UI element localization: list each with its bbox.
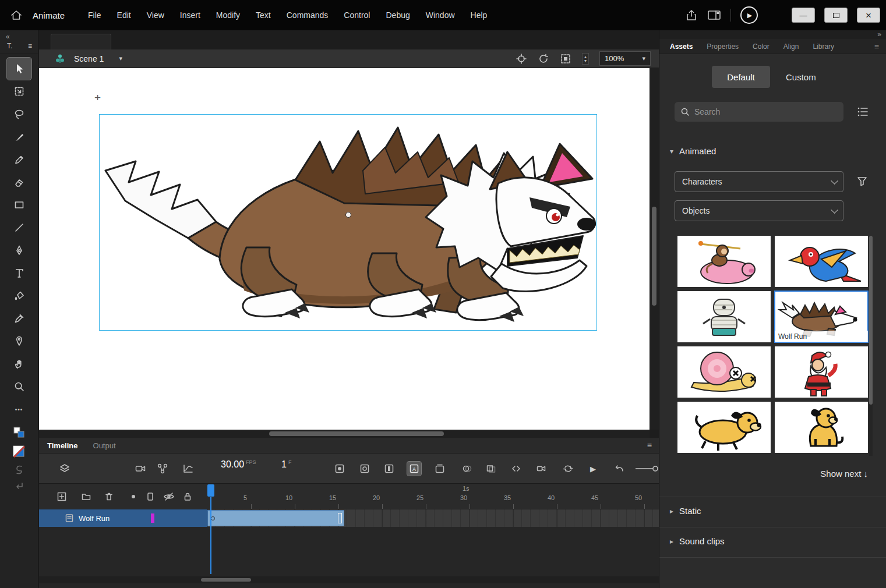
keyframe-dot[interactable] bbox=[211, 516, 215, 520]
menu-modify[interactable]: Modify bbox=[216, 10, 240, 20]
animated-section-header[interactable]: ▾ Animated bbox=[670, 146, 716, 156]
tool-classic-brush[interactable] bbox=[7, 148, 31, 171]
zoom-stepper[interactable]: ▴ ▾ bbox=[582, 53, 589, 65]
collapse-panel-icon[interactable]: » bbox=[877, 30, 881, 38]
list-view-toggle[interactable] bbox=[856, 105, 869, 118]
show-next-button[interactable]: Show next ↓ bbox=[753, 469, 868, 479]
tool-lasso[interactable] bbox=[7, 103, 31, 125]
horizontal-scroll-thumb[interactable] bbox=[269, 431, 444, 436]
menu-help[interactable]: Help bbox=[471, 10, 488, 20]
maximize-button[interactable] bbox=[824, 8, 848, 23]
clip-content-icon[interactable] bbox=[560, 53, 571, 65]
tab-library[interactable]: Library bbox=[813, 42, 834, 51]
playhead-handle[interactable] bbox=[207, 484, 214, 497]
assets-scroll-thumb[interactable] bbox=[869, 236, 873, 405]
onion-skin-button[interactable] bbox=[460, 462, 474, 476]
show-layers-button[interactable] bbox=[58, 462, 72, 476]
tab-output[interactable]: Output bbox=[93, 441, 116, 450]
zoom-select[interactable]: 100% ▾ bbox=[599, 51, 651, 66]
insert-keyframe-button[interactable] bbox=[333, 462, 347, 476]
insert-blank-keyframe-button[interactable] bbox=[358, 462, 372, 476]
tool-hand[interactable] bbox=[7, 353, 31, 375]
vertical-scroll-thumb[interactable] bbox=[652, 207, 656, 306]
delete-layer-button[interactable] bbox=[102, 490, 116, 504]
close-button[interactable]: × bbox=[857, 8, 880, 23]
layer-row[interactable]: Wolf Run bbox=[39, 509, 659, 527]
panel-menu-icon[interactable]: ≡ bbox=[874, 42, 879, 51]
add-camera-button[interactable] bbox=[133, 462, 147, 476]
tool-more[interactable]: ••• bbox=[7, 398, 31, 420]
minimize-button[interactable]: — bbox=[792, 8, 815, 23]
asset-thumbnail-dog-sit[interactable] bbox=[775, 402, 868, 453]
new-folder-button[interactable] bbox=[79, 490, 93, 504]
default-view-button[interactable]: Default bbox=[712, 66, 770, 88]
tool-fluid-brush[interactable] bbox=[7, 126, 31, 148]
stage-vertical-scrollbar[interactable] bbox=[650, 68, 659, 430]
auto-keyframe-toggle[interactable]: A bbox=[407, 462, 421, 476]
tool-text[interactable] bbox=[7, 262, 31, 284]
swap-colors-widget[interactable] bbox=[7, 426, 31, 439]
tab-properties[interactable]: Properties bbox=[707, 42, 739, 51]
menu-file[interactable]: File bbox=[88, 10, 101, 20]
asset-thumbnail-parrot[interactable] bbox=[775, 236, 868, 287]
loop-button[interactable] bbox=[561, 462, 575, 476]
menu-window[interactable]: Window bbox=[426, 10, 455, 20]
asset-thumbnail-snail[interactable] bbox=[677, 346, 771, 398]
menu-debug[interactable]: Debug bbox=[386, 10, 410, 20]
tool-paint-bucket[interactable] bbox=[7, 285, 31, 307]
center-stage-icon[interactable] bbox=[516, 53, 527, 65]
tool-asset-warp[interactable] bbox=[7, 330, 31, 352]
stage-horizontal-scrollbar[interactable] bbox=[39, 430, 650, 438]
layer-name-cell[interactable]: Wolf Run bbox=[39, 509, 207, 527]
search-input[interactable] bbox=[694, 107, 823, 116]
asset-thumbnail-dog-run[interactable] bbox=[677, 402, 771, 453]
layer-outline-color[interactable] bbox=[151, 513, 154, 523]
camera-frame-button[interactable] bbox=[534, 462, 548, 476]
delete-frames-button[interactable] bbox=[433, 462, 447, 476]
timeline-menu-icon[interactable]: ≡ bbox=[647, 441, 652, 450]
new-layer-button[interactable] bbox=[55, 490, 69, 504]
tools-panel-menu-icon[interactable]: ≡ bbox=[28, 42, 32, 50]
menu-insert[interactable]: Insert bbox=[180, 10, 200, 20]
return-widget[interactable] bbox=[7, 481, 31, 491]
timeline-play-button[interactable]: ▶ bbox=[586, 462, 600, 476]
hide-layers-button[interactable] bbox=[162, 490, 176, 504]
timeline-horizontal-scrollbar[interactable] bbox=[39, 576, 659, 583]
scene-breadcrumb[interactable]: Scene 1 bbox=[74, 54, 104, 63]
tool-selection[interactable] bbox=[7, 58, 31, 80]
tool-pen[interactable] bbox=[7, 239, 31, 261]
collapse-tools-icon[interactable]: « bbox=[6, 33, 10, 41]
objects-dropdown[interactable]: Objects bbox=[675, 200, 843, 221]
tool-zoom[interactable] bbox=[7, 376, 31, 398]
tool-eraser[interactable] bbox=[7, 171, 31, 193]
tool-free-transform[interactable] bbox=[7, 80, 31, 102]
assets-scrollbar[interactable] bbox=[869, 236, 873, 456]
characters-dropdown[interactable]: Characters bbox=[675, 171, 843, 192]
tab-color[interactable]: Color bbox=[753, 42, 769, 51]
asset-search[interactable] bbox=[675, 102, 843, 122]
tool-line[interactable] bbox=[7, 217, 31, 239]
stage[interactable]: + bbox=[39, 68, 650, 430]
menu-text[interactable]: Text bbox=[256, 10, 271, 20]
lock-layers-button[interactable] bbox=[181, 490, 195, 504]
asset-thumbnail-monkey-pig[interactable] bbox=[677, 236, 771, 287]
onion-skin-outlines-button[interactable] bbox=[484, 462, 498, 476]
share-icon[interactable] bbox=[685, 9, 698, 22]
custom-view-button[interactable]: Custom bbox=[786, 66, 816, 88]
filter-button[interactable] bbox=[856, 175, 868, 187]
frame-span[interactable] bbox=[207, 510, 344, 526]
menu-commands[interactable]: Commands bbox=[287, 10, 329, 20]
current-frame[interactable]: 1F bbox=[281, 459, 291, 470]
timeline-scroll-thumb[interactable] bbox=[201, 578, 251, 582]
span-end-marker[interactable] bbox=[338, 513, 342, 523]
tab-align[interactable]: Align bbox=[783, 42, 799, 51]
rotate-view-icon[interactable] bbox=[538, 53, 549, 65]
asset-thumbnail-mummy[interactable] bbox=[677, 291, 771, 342]
selection-bounds[interactable] bbox=[99, 114, 597, 331]
menu-control[interactable]: Control bbox=[344, 10, 370, 20]
step-back-button[interactable] bbox=[612, 462, 626, 476]
frame-rate[interactable]: 30.00FPS bbox=[221, 459, 256, 470]
script-snippet-widget[interactable] bbox=[7, 465, 31, 475]
asset-thumbnail-santa[interactable] bbox=[775, 346, 868, 398]
tool-rectangle[interactable] bbox=[7, 194, 31, 216]
